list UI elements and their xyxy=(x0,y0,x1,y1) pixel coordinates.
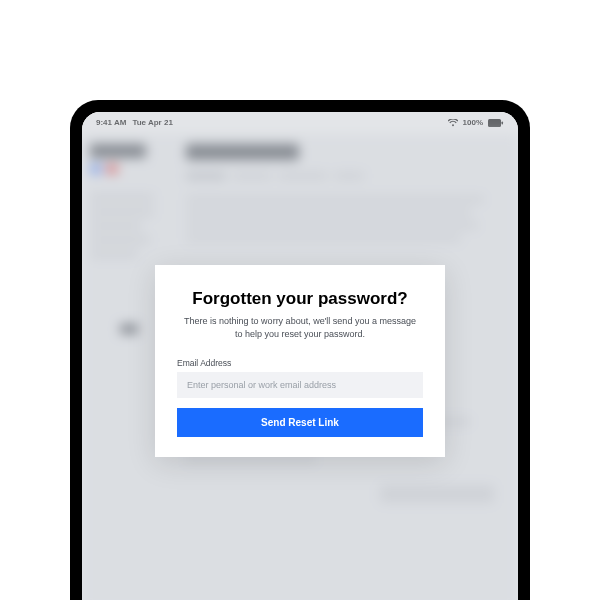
screen: 9:41 AM Tue Apr 21 100% xyxy=(82,112,518,600)
modal-overlay: Forgotten your password? There is nothin… xyxy=(82,112,518,600)
modal-title: Forgotten your password? xyxy=(177,289,423,309)
tablet-device-frame: 9:41 AM Tue Apr 21 100% xyxy=(70,100,530,600)
email-label: Email Address xyxy=(177,358,423,368)
modal-subtitle: There is nothing to worry about, we'll s… xyxy=(177,315,423,340)
send-reset-link-button[interactable]: Send Reset Link xyxy=(177,408,423,437)
email-field[interactable] xyxy=(177,372,423,398)
forgot-password-modal: Forgotten your password? There is nothin… xyxy=(155,265,445,457)
